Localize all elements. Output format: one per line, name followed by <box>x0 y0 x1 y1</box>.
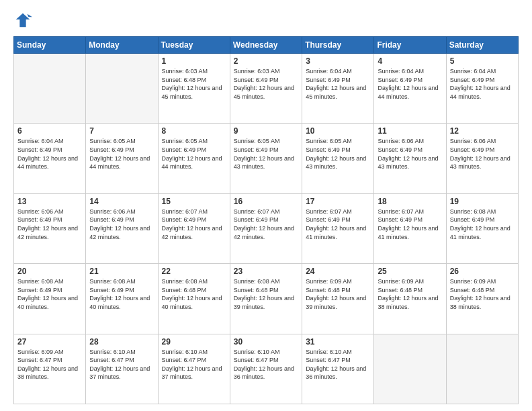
day-number: 25 <box>378 267 442 276</box>
logo-icon <box>13 11 32 30</box>
weekday-header: Saturday <box>446 37 518 54</box>
day-info: Sunrise: 6:07 AM Sunset: 6:49 PM Dayligh… <box>306 208 370 241</box>
day-number: 8 <box>162 126 226 136</box>
weekday-header: Sunday <box>14 37 86 54</box>
weekday-header: Tuesday <box>158 37 230 54</box>
calendar-cell <box>374 334 446 404</box>
calendar-week-row: 6Sunrise: 6:04 AM Sunset: 6:49 PM Daylig… <box>14 124 519 193</box>
day-number: 28 <box>89 337 154 347</box>
calendar-cell: 5Sunrise: 6:04 AM Sunset: 6:49 PM Daylig… <box>446 54 518 124</box>
calendar-cell: 13Sunrise: 6:06 AM Sunset: 6:49 PM Dayli… <box>14 193 86 263</box>
calendar-cell: 14Sunrise: 6:06 AM Sunset: 6:49 PM Dayli… <box>86 193 158 263</box>
day-number: 10 <box>306 126 370 136</box>
day-number: 12 <box>450 126 515 136</box>
day-info: Sunrise: 6:10 AM Sunset: 6:47 PM Dayligh… <box>306 348 370 381</box>
day-info: Sunrise: 6:05 AM Sunset: 6:49 PM Dayligh… <box>306 137 370 171</box>
day-info: Sunrise: 6:09 AM Sunset: 6:47 PM Dayligh… <box>17 348 82 381</box>
calendar-cell: 23Sunrise: 6:08 AM Sunset: 6:48 PM Dayli… <box>230 264 302 334</box>
calendar-week-row: 27Sunrise: 6:09 AM Sunset: 6:47 PM Dayli… <box>14 334 519 404</box>
calendar-cell: 12Sunrise: 6:06 AM Sunset: 6:49 PM Dayli… <box>446 124 518 193</box>
day-info: Sunrise: 6:10 AM Sunset: 6:47 PM Dayligh… <box>89 348 154 381</box>
day-info: Sunrise: 6:09 AM Sunset: 6:48 PM Dayligh… <box>378 277 442 311</box>
day-info: Sunrise: 6:05 AM Sunset: 6:49 PM Dayligh… <box>162 137 226 171</box>
weekday-header: Wednesday <box>230 37 302 54</box>
day-info: Sunrise: 6:03 AM Sunset: 6:49 PM Dayligh… <box>234 67 298 101</box>
calendar-cell: 27Sunrise: 6:09 AM Sunset: 6:47 PM Dayli… <box>14 334 86 404</box>
day-info: Sunrise: 6:06 AM Sunset: 6:49 PM Dayligh… <box>17 208 82 241</box>
calendar-cell: 17Sunrise: 6:07 AM Sunset: 6:49 PM Dayli… <box>302 193 374 263</box>
weekday-header: Friday <box>374 37 446 54</box>
calendar-cell: 26Sunrise: 6:09 AM Sunset: 6:48 PM Dayli… <box>446 264 518 334</box>
day-number: 2 <box>234 56 298 66</box>
calendar-cell: 1Sunrise: 6:03 AM Sunset: 6:48 PM Daylig… <box>158 54 230 124</box>
calendar-cell: 8Sunrise: 6:05 AM Sunset: 6:49 PM Daylig… <box>158 124 230 193</box>
calendar-cell: 10Sunrise: 6:05 AM Sunset: 6:49 PM Dayli… <box>302 124 374 193</box>
day-number: 23 <box>234 267 298 276</box>
day-number: 18 <box>378 197 442 206</box>
calendar-table: SundayMondayTuesdayWednesdayThursdayFrid… <box>13 36 519 404</box>
day-number: 7 <box>89 126 154 136</box>
calendar-cell: 19Sunrise: 6:08 AM Sunset: 6:49 PM Dayli… <box>446 193 518 263</box>
day-info: Sunrise: 6:06 AM Sunset: 6:49 PM Dayligh… <box>89 208 154 241</box>
calendar-cell: 6Sunrise: 6:04 AM Sunset: 6:49 PM Daylig… <box>14 124 86 193</box>
day-info: Sunrise: 6:07 AM Sunset: 6:49 PM Dayligh… <box>234 208 298 241</box>
calendar-cell <box>446 334 518 404</box>
day-number: 19 <box>450 197 515 206</box>
day-number: 27 <box>17 337 82 347</box>
calendar-cell: 7Sunrise: 6:05 AM Sunset: 6:49 PM Daylig… <box>86 124 158 193</box>
weekday-header: Thursday <box>302 37 374 54</box>
day-number: 26 <box>450 267 515 276</box>
calendar-cell: 31Sunrise: 6:10 AM Sunset: 6:47 PM Dayli… <box>302 334 374 404</box>
day-info: Sunrise: 6:08 AM Sunset: 6:49 PM Dayligh… <box>89 277 154 311</box>
calendar-cell: 25Sunrise: 6:09 AM Sunset: 6:48 PM Dayli… <box>374 264 446 334</box>
day-number: 11 <box>378 126 442 136</box>
calendar-cell: 16Sunrise: 6:07 AM Sunset: 6:49 PM Dayli… <box>230 193 302 263</box>
day-number: 17 <box>306 197 370 206</box>
day-number: 20 <box>17 267 82 276</box>
calendar-header-row: SundayMondayTuesdayWednesdayThursdayFrid… <box>14 37 519 54</box>
day-info: Sunrise: 6:06 AM Sunset: 6:49 PM Dayligh… <box>450 137 515 171</box>
day-info: Sunrise: 6:08 AM Sunset: 6:48 PM Dayligh… <box>234 277 298 311</box>
day-info: Sunrise: 6:07 AM Sunset: 6:49 PM Dayligh… <box>378 208 442 241</box>
day-number: 22 <box>162 267 226 276</box>
day-number: 4 <box>378 56 442 66</box>
calendar-week-row: 1Sunrise: 6:03 AM Sunset: 6:48 PM Daylig… <box>14 54 519 124</box>
day-info: Sunrise: 6:10 AM Sunset: 6:47 PM Dayligh… <box>234 348 298 381</box>
calendar-cell: 20Sunrise: 6:08 AM Sunset: 6:49 PM Dayli… <box>14 264 86 334</box>
day-number: 15 <box>162 197 226 206</box>
day-number: 5 <box>450 56 515 66</box>
day-number: 30 <box>234 337 298 347</box>
day-info: Sunrise: 6:04 AM Sunset: 6:49 PM Dayligh… <box>450 67 515 101</box>
day-info: Sunrise: 6:04 AM Sunset: 6:49 PM Dayligh… <box>17 137 82 171</box>
logo <box>13 11 35 30</box>
day-info: Sunrise: 6:08 AM Sunset: 6:48 PM Dayligh… <box>162 277 226 311</box>
day-info: Sunrise: 6:08 AM Sunset: 6:49 PM Dayligh… <box>17 277 82 311</box>
calendar-week-row: 13Sunrise: 6:06 AM Sunset: 6:49 PM Dayli… <box>14 193 519 263</box>
calendar-cell: 21Sunrise: 6:08 AM Sunset: 6:49 PM Dayli… <box>86 264 158 334</box>
svg-marker-1 <box>28 14 32 17</box>
calendar-cell: 9Sunrise: 6:05 AM Sunset: 6:49 PM Daylig… <box>230 124 302 193</box>
calendar-cell: 22Sunrise: 6:08 AM Sunset: 6:48 PM Dayli… <box>158 264 230 334</box>
calendar-cell: 4Sunrise: 6:04 AM Sunset: 6:49 PM Daylig… <box>374 54 446 124</box>
weekday-header: Monday <box>86 37 158 54</box>
day-number: 16 <box>234 197 298 206</box>
day-number: 13 <box>17 197 82 206</box>
day-info: Sunrise: 6:10 AM Sunset: 6:47 PM Dayligh… <box>162 348 226 381</box>
calendar-cell: 3Sunrise: 6:04 AM Sunset: 6:49 PM Daylig… <box>302 54 374 124</box>
day-info: Sunrise: 6:09 AM Sunset: 6:48 PM Dayligh… <box>306 277 370 311</box>
calendar-week-row: 20Sunrise: 6:08 AM Sunset: 6:49 PM Dayli… <box>14 264 519 334</box>
day-info: Sunrise: 6:07 AM Sunset: 6:49 PM Dayligh… <box>162 208 226 241</box>
day-info: Sunrise: 6:04 AM Sunset: 6:49 PM Dayligh… <box>306 67 370 101</box>
day-number: 24 <box>306 267 370 276</box>
day-info: Sunrise: 6:06 AM Sunset: 6:49 PM Dayligh… <box>378 137 442 171</box>
day-number: 29 <box>162 337 226 347</box>
day-info: Sunrise: 6:04 AM Sunset: 6:49 PM Dayligh… <box>378 67 442 101</box>
day-number: 3 <box>306 56 370 66</box>
calendar-cell <box>86 54 158 124</box>
page: SundayMondayTuesdayWednesdayThursdayFrid… <box>0 0 532 411</box>
day-number: 31 <box>306 337 370 347</box>
day-info: Sunrise: 6:09 AM Sunset: 6:48 PM Dayligh… <box>450 277 515 311</box>
calendar-cell: 29Sunrise: 6:10 AM Sunset: 6:47 PM Dayli… <box>158 334 230 404</box>
day-info: Sunrise: 6:05 AM Sunset: 6:49 PM Dayligh… <box>234 137 298 171</box>
day-number: 14 <box>89 197 154 206</box>
